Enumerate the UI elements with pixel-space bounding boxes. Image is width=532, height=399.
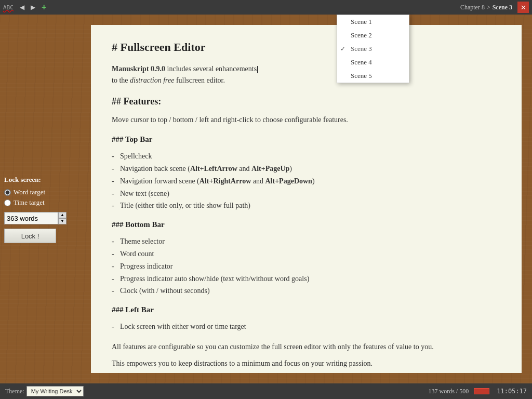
topbar-item-1: Spellcheck — [112, 150, 501, 163]
word-target-text: Word target — [14, 188, 45, 196]
breadcrumb-separator: > — [487, 4, 490, 11]
prev-scene-button[interactable]: ◀ — [18, 4, 26, 10]
scene-dropdown-item-4[interactable]: Scene 4 — [337, 56, 409, 69]
breadcrumb-chapter: Chapter 8 — [460, 4, 485, 11]
left-sidebar: Lock screen: Word target Time target ▲ ▼… — [0, 25, 81, 373]
clock: 11:05:17 — [497, 388, 527, 395]
close-button[interactable]: ✕ — [517, 2, 529, 13]
bottombar-item-2: Word count — [112, 248, 501, 260]
word-target-radio-label[interactable]: Word target — [4, 188, 45, 196]
breadcrumb: Chapter 8 > Scene 3 — [460, 4, 512, 11]
word-count-input[interactable] — [4, 212, 58, 224]
scene-dropdown-item-1[interactable]: Scene 1 — [337, 15, 409, 29]
manuskript-bold: Manuskript 0.9.0 — [112, 65, 165, 73]
bottombar-heading: ### Bottom Bar — [112, 220, 501, 229]
bottombar-item-4: Progress indicator auto show/hide (text … — [112, 273, 501, 285]
top-bar: ABC ◀ ▶ + Chapter 8 > Scene 3 ✕ — [0, 0, 532, 15]
scene-dropdown-item-5[interactable]: Scene 5 — [337, 69, 409, 83]
footer-text-2: This empowers you to keep distractions t… — [112, 358, 501, 369]
breadcrumb-scene[interactable]: Scene 3 — [493, 4, 512, 11]
next-scene-button[interactable]: ▶ — [29, 4, 37, 10]
word-target-radio[interactable] — [4, 189, 11, 196]
time-target-text: Time target — [14, 198, 45, 207]
footer-text-1: All features are configurable so you can… — [112, 341, 501, 353]
leftbar-heading: ### Left Bar — [112, 305, 501, 314]
theme-selector[interactable]: My Writing Desk — [26, 386, 84, 396]
time-target-radio[interactable] — [4, 200, 11, 206]
scene-4-label: Scene 4 — [351, 58, 372, 66]
theme-label: Theme: — [5, 388, 24, 395]
bottombar-item-5: Clock (with / without seconds) — [112, 285, 501, 297]
topbar-item-5: Title (either title only, or title show … — [112, 200, 501, 212]
topbar-list: Spellcheck Navigation back scene (Alt+Le… — [112, 150, 501, 212]
main-area: Lock screen: Word target Time target ▲ ▼… — [0, 15, 532, 383]
editor-paper[interactable]: # Fullscreen Editor Manuskript 0.9.0 inc… — [91, 25, 522, 373]
editor-title: # Fullscreen Editor — [112, 41, 501, 54]
lock-button[interactable]: Lock ! — [4, 229, 56, 243]
scene-dropdown: Scene 1 Scene 2 ✓ Scene 3 Scene 4 Scene … — [337, 15, 409, 83]
distraction-free-italic: distraction free — [130, 76, 174, 84]
scene-5-label: Scene 5 — [351, 72, 372, 80]
scene-2-label: Scene 2 — [351, 31, 372, 39]
spinner-down-button[interactable]: ▼ — [58, 218, 66, 224]
word-count-status: 137 words / 500 — [429, 388, 469, 395]
word-count-spinner: ▲ ▼ — [4, 212, 72, 224]
topbar-item-2: Navigation back scene (Alt+LeftArrow and… — [112, 163, 501, 175]
scene-dropdown-item-3[interactable]: ✓ Scene 3 — [337, 42, 409, 56]
lock-screen-label: Lock screen: — [4, 176, 41, 184]
bottom-bar: Theme: My Writing Desk 137 words / 500 1… — [0, 383, 532, 399]
bottombar-list: Theme selector Word count Progress indic… — [112, 235, 501, 297]
add-scene-button[interactable]: + — [39, 3, 48, 11]
topbar-item-3: Navigation forward scene (Alt+RightArrow… — [112, 175, 501, 188]
progress-bar — [474, 388, 489, 394]
bottombar-item-1: Theme selector — [112, 235, 501, 248]
scene-dropdown-item-2[interactable]: Scene 2 — [337, 29, 409, 42]
scene-3-label: Scene 3 — [351, 45, 372, 53]
leftbar-list: Lock screen with either word or time tar… — [112, 321, 501, 333]
checkmark-3: ✓ — [340, 45, 348, 53]
features-heading: ## Features: — [112, 96, 501, 107]
text-cursor — [257, 66, 258, 73]
spellcheck-abc-icon: ABC — [3, 4, 14, 11]
scene-1-label: Scene 1 — [351, 18, 372, 26]
leftbar-item-1: Lock screen with either word or time tar… — [112, 321, 501, 333]
time-target-radio-label[interactable]: Time target — [4, 198, 45, 207]
bottombar-item-3: Progress indicator — [112, 260, 501, 273]
topbar-item-4: New text (scene) — [112, 188, 501, 200]
radio-group: Word target Time target — [4, 188, 45, 207]
spinner-up-button[interactable]: ▲ — [58, 212, 66, 218]
features-desc: Move cursor to top / bottom / left and r… — [112, 114, 501, 126]
spinner-buttons: ▲ ▼ — [58, 212, 66, 224]
editor-intro: Manuskript 0.9.0 includes several enhanc… — [112, 63, 501, 87]
topbar-heading: ### Top Bar — [112, 135, 501, 144]
